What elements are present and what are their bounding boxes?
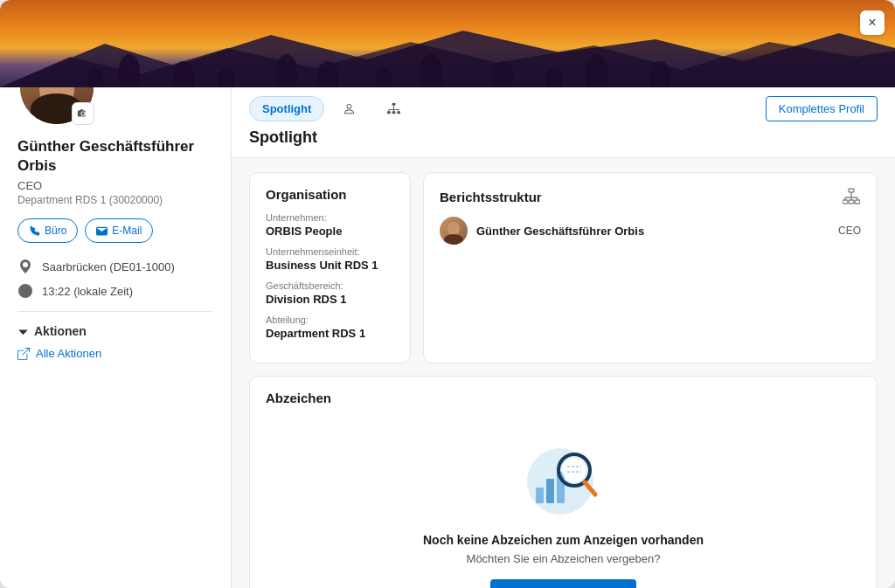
berichtsstruktur-card: Berichtsstruktur [423, 172, 878, 363]
profile-title: CEO [17, 179, 213, 192]
abzeichen-title: Abzeichen [266, 391, 861, 405]
give-badge-button[interactable]: Ein Abzeichen geben [490, 579, 635, 588]
geschaeftsbereich-label: Geschäftsbereich: [266, 280, 394, 291]
profile-tab-icon [343, 102, 356, 115]
abzeichen-card: Abzeichen [249, 376, 878, 588]
buero-button[interactable]: Büro [17, 218, 78, 243]
unternehmen-field: Unternehmen: ORBIS People [266, 212, 394, 238]
svg-rect-4 [392, 111, 396, 114]
aktionen-header[interactable]: Aktionen [17, 324, 213, 338]
close-button[interactable]: × [860, 10, 885, 35]
geschaeftsbereich-value: Division RDS 1 [266, 293, 394, 306]
abteilung-value: Department RDS 1 [266, 327, 394, 340]
reporting-person-row: Günther Geschäftsführer Orbis CEO [440, 217, 861, 245]
berichtsstruktur-title: Berichtsstruktur [440, 190, 542, 204]
location-icon [17, 259, 33, 274]
location-row: Saarbrücken (DE01-1000) [17, 259, 213, 274]
location-text: Saarbrücken (DE01-1000) [42, 260, 175, 273]
profile-name: Günther Geschäftsführer Orbis [17, 137, 213, 176]
svg-point-25 [562, 458, 586, 482]
komplettes-profil-button[interactable]: Komplettes Profil [766, 96, 878, 121]
svg-rect-3 [387, 111, 391, 114]
unternehmen-value: ORBIS People [266, 225, 394, 238]
header-row: Spotlight Komplettes Profil [232, 87, 895, 121]
alle-aktionen-link[interactable]: Alle Aktionen [17, 347, 213, 360]
org-chart-icon [842, 187, 861, 206]
email-button[interactable]: E-Mail [85, 218, 153, 243]
unternehmenseinheit-field: Unternehmenseinheit: Business Unit RDS 1 [266, 246, 394, 272]
tab-profile[interactable] [330, 96, 369, 121]
pin-icon [18, 259, 32, 273]
reporting-avatar [440, 217, 468, 245]
main-title-row: Spotlight [232, 121, 895, 157]
divider [17, 311, 213, 312]
organisation-card-title: Organisation [266, 187, 394, 202]
svg-rect-12 [843, 200, 848, 204]
tab-org[interactable] [374, 96, 413, 121]
modal-body: Günther Geschäftsführer Orbis CEO Depart… [0, 87, 895, 588]
abteilung-label: Abteilung: [266, 315, 394, 325]
svg-rect-14 [855, 200, 860, 204]
badge-empty-title: Noch keine Abzeichen zum Anzeigen vorhan… [423, 533, 704, 547]
buero-label: Büro [45, 225, 66, 237]
reporting-role: CEO [838, 225, 861, 237]
content-area: Organisation Unternehmen: ORBIS People U… [232, 158, 895, 588]
email-label: E-Mail [112, 225, 142, 237]
email-icon [96, 225, 108, 237]
avatar-area [17, 87, 96, 127]
reporting-name: Günther Geschäftsführer Orbis [476, 225, 829, 238]
tab-spotlight-label: Spotlight [262, 102, 311, 115]
profile-dept: Department RDS 1 (30020000) [17, 194, 213, 206]
aktionen-label: Aktionen [34, 324, 87, 338]
unternehmen-label: Unternehmen: [266, 212, 394, 223]
change-photo-button[interactable] [72, 102, 94, 125]
alle-aktionen-label: Alle Aktionen [36, 347, 101, 360]
time-text: 13:22 (lokale Zeit) [42, 285, 133, 298]
action-buttons: Büro E-Mail [17, 218, 213, 243]
external-link-icon [17, 348, 30, 360]
svg-rect-5 [398, 111, 401, 114]
sidebar: Günther Geschäftsführer Orbis CEO Depart… [0, 87, 232, 588]
berichtsstruktur-header: Berichtsstruktur [440, 187, 861, 206]
svg-rect-11 [849, 189, 854, 192]
unternehmenseinheit-label: Unternehmenseinheit: [266, 246, 394, 257]
banner-silhouettes [0, 52, 895, 87]
profile-banner: × [0, 0, 895, 87]
svg-rect-2 [392, 103, 396, 106]
main-content: Spotlight Komplettes Profil Spotlight [232, 87, 895, 588]
abteilung-field: Abteilung: Department RDS 1 [266, 315, 394, 340]
svg-rect-22 [546, 479, 554, 503]
svg-rect-21 [536, 488, 544, 503]
badge-illustration [520, 433, 607, 521]
unternehmenseinheit-value: Business Unit RDS 1 [266, 259, 394, 272]
time-icon [18, 284, 32, 298]
aktionen-section: Aktionen Alle Aktionen [17, 324, 213, 360]
phone-icon [29, 225, 40, 237]
tab-nav: Spotlight [249, 96, 413, 121]
org-tab-icon [387, 102, 400, 115]
main-title: Spotlight [249, 128, 317, 146]
geschaeftsbereich-field: Geschäftsbereich: Division RDS 1 [266, 280, 394, 306]
chevron-down-icon [17, 326, 29, 337]
badge-empty-state: Noch keine Abzeichen zum Anzeigen vorhan… [266, 416, 861, 588]
top-cards-row: Organisation Unternehmen: ORBIS People U… [249, 172, 878, 363]
clock-icon [17, 283, 33, 299]
profile-modal: × Günther Geschäftsführer Orbis CEO Depa… [0, 0, 895, 588]
svg-rect-13 [849, 200, 854, 204]
time-row: 13:22 (lokale Zeit) [17, 283, 213, 299]
badge-empty-sub: Möchten Sie ein Abzeichen vergeben? [467, 552, 661, 565]
top-bar: Spotlight Komplettes Profil Spotlight [232, 87, 895, 158]
hierarchy-icon [843, 188, 860, 205]
camera-icon [77, 107, 89, 120]
organisation-card: Organisation Unternehmen: ORBIS People U… [249, 172, 411, 363]
tab-spotlight[interactable]: Spotlight [249, 96, 324, 121]
